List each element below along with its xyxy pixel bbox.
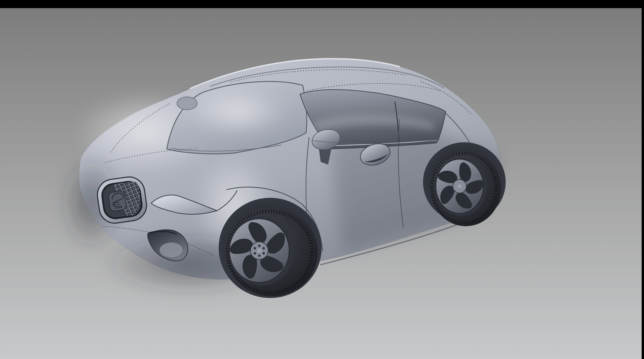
right-letterbox-strip xyxy=(642,0,644,359)
brand-badge xyxy=(108,191,126,212)
rear-hub xyxy=(453,180,466,193)
front-wheel xyxy=(219,198,322,298)
windshield-reflection xyxy=(186,88,288,135)
render-screen xyxy=(0,0,644,359)
top-letterbox-bar xyxy=(0,0,644,8)
left-mirror xyxy=(177,97,197,110)
front-grille xyxy=(95,175,148,225)
front-hub xyxy=(250,242,268,259)
3d-viewport[interactable] xyxy=(0,0,644,359)
